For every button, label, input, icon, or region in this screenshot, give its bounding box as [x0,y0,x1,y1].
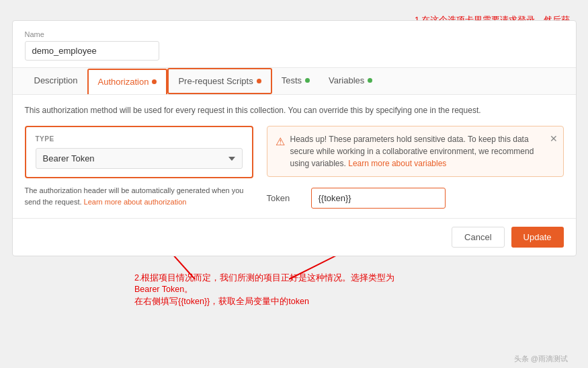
tab-pre-request[interactable]: Pre-request Scripts [167,68,271,94]
token-input[interactable] [311,188,446,209]
tests-dot [305,78,310,83]
alert-link[interactable]: Learn more about variables [348,159,446,168]
type-label: TYPE [36,135,243,143]
auth-note: The authorization header will be automat… [25,185,253,207]
tab-authorization[interactable]: Authorization [87,69,168,94]
alert-content: Heads up! These parameters hold sensitiv… [290,133,555,170]
modal-footer: Cancel Update [13,218,576,256]
alert-box: ⚠ Heads up! These parameters hold sensit… [267,126,564,177]
modal-header: Name [13,21,576,68]
tabs-row: Description Authorization Pre-request Sc… [13,68,576,95]
cancel-button[interactable]: Cancel [452,227,504,248]
token-row: Token [267,188,564,209]
name-label: Name [25,30,564,38]
variables-dot [368,78,372,83]
two-col: TYPE Bearer Token No Auth Basic Auth Dig… [25,126,564,209]
tab-description[interactable]: Description [25,69,87,94]
name-input[interactable] [25,41,159,61]
modal-body: This authorization method will be used f… [13,95,576,218]
tab-tests[interactable]: Tests [272,69,319,94]
pre-request-dot [257,79,261,83]
description-text: This authorization method will be used f… [25,104,564,116]
right-col: ⚠ Heads up! These parameters hold sensit… [267,126,564,209]
left-col: TYPE Bearer Token No Auth Basic Auth Dig… [25,126,253,209]
alert-icon: ⚠ [276,134,285,150]
modal-container: Name Description Authorization Pre-reque… [12,20,577,256]
type-select[interactable]: Bearer Token No Auth Basic Auth Digest A… [36,148,243,169]
tab-variables[interactable]: Variables [319,69,382,94]
alert-close-button[interactable]: ✕ [550,132,558,146]
authorization-dot [152,79,157,84]
type-box: TYPE Bearer Token No Auth Basic Auth Dig… [25,126,253,178]
token-label: Token [267,193,300,203]
auth-note-link[interactable]: Learn more about authorization [84,198,187,206]
annotation-2: 2.根据项目情况而定，我们所测的项目正好是这种情况。选择类型为Bearer To… [134,272,417,308]
watermark: 头条 @雨滴测试 [514,354,568,364]
update-button[interactable]: Update [511,227,564,248]
